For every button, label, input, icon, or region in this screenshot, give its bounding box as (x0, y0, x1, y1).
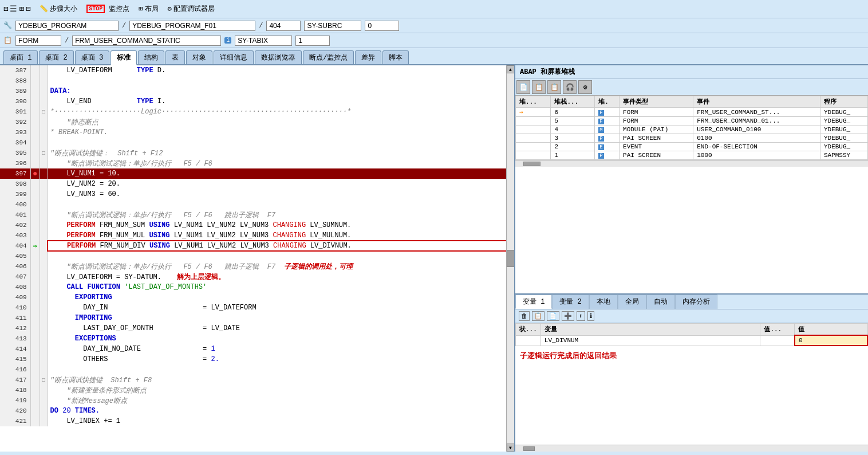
table-row: 413 EXCEPTIONS (0, 334, 514, 344)
tab-diff[interactable]: 差异 (355, 50, 381, 64)
table-row: 419 "新建Message断点 (0, 395, 514, 406)
scroll-up-btn[interactable]: ▲ (507, 65, 515, 73)
var2-name-field[interactable] (235, 36, 292, 46)
info-icon: i (224, 37, 231, 44)
toolbar: ⊟ ☰ ⊞ ⊟ 📏 步骤大小 STOP 监控点 ⊞ 布局 ⚙ 配置调试器层 (0, 0, 868, 18)
table-row: 396 "断点调试测试逻辑：单步/行执行 F5 / F6 (0, 158, 514, 168)
vars-btn-delete[interactable]: 🗑 (519, 311, 530, 321)
table-row: 406 "断点调试测试逻辑：单步/行执行 F5 / F6 跳出子逻辑 F7 子逻… (0, 261, 514, 272)
vars-tab-auto[interactable]: 自动 (646, 295, 675, 309)
vars-btn-copy[interactable]: 📋 (532, 311, 545, 321)
code-scroll[interactable]: 387 LV_DATEFORM TYPE D. 388 (0, 65, 514, 452)
scroll-thumb[interactable] (507, 250, 515, 267)
stack-btn5[interactable]: ⚙ (578, 80, 592, 94)
breakpoint-dot: ● (33, 169, 37, 178)
table-row: 404 ⇒ PERFORM FRM_NUM_DIV USING LV_NUM1 … (0, 241, 514, 251)
type-field[interactable] (15, 36, 61, 46)
stack-row-5: 5 F FORM FRM_USER_COMMAND_01... YDEBUG_ (516, 117, 868, 125)
icon4: ⊟ (26, 4, 30, 14)
step-size-btn[interactable]: 📏 步骤大小 (40, 4, 77, 14)
hscroll-thumb[interactable] (523, 162, 540, 166)
stack-btn3[interactable]: 📋 (547, 80, 561, 94)
right-panel: ABAP 和屏幕堆栈 📄 📋 📋 🎧 ⚙ 堆... 堆栈... 堆. 事件类型 (515, 65, 868, 452)
table-row: 392 "静态断点 (0, 117, 514, 127)
tab-structure[interactable]: 结构 (138, 50, 164, 64)
table-row: 390 LV_END TYPE I. (0, 96, 514, 107)
stack-btn2[interactable]: 📋 (532, 80, 546, 94)
tab-table[interactable]: 表 (165, 50, 185, 64)
line-field[interactable] (266, 21, 301, 31)
table-row: 415 OTHERS = 2. (0, 354, 514, 364)
form-icon: 📋 (3, 36, 12, 45)
table-row: 418 "新建变量条件形式的断点 (0, 385, 514, 395)
stack-row-4: 4 M MODULE (PAI) USER_COMMAND_0100 YDEBU… (516, 125, 868, 134)
stack-table-container[interactable]: 堆... 堆栈... 堆. 事件类型 事件 程序 ⇒ 6 F (515, 96, 868, 160)
vars-btn-paste[interactable]: 📄 (547, 311, 559, 321)
config-btn[interactable]: ⚙ 配置调试器层 (168, 4, 215, 14)
table-row: 388 (0, 76, 514, 86)
stack-btn1[interactable]: 📄 (516, 80, 530, 94)
icon3: ⊞ (19, 4, 23, 14)
table-row: 407 LV_DATEFORM = SY-DATUM. 解为上层逻辑。 (0, 272, 514, 282)
stack-btn4[interactable]: 🎧 (563, 80, 577, 94)
table-row: 405 (0, 251, 514, 261)
table-row: 394 (0, 138, 514, 148)
vars-hscroll-thumb[interactable] (523, 446, 535, 451)
vars-btn-add[interactable]: ➕ (562, 311, 574, 321)
vars-table: 状... 变量 值... 值 LV_DIVNUM 0 (515, 323, 868, 346)
vars-hscrollbar[interactable] (515, 445, 868, 452)
tab-desktop2[interactable]: 桌面 2 (39, 50, 73, 64)
code-table: 387 LV_DATEFORM TYPE D. 388 (0, 65, 514, 426)
vars-table-container[interactable]: 状... 变量 值... 值 LV_DIVNUM 0 (515, 323, 868, 445)
main-area: 387 LV_DATEFORM TYPE D. 388 (0, 65, 868, 452)
tab-breakpoint[interactable]: 断点/监控点 (303, 50, 354, 64)
stop-icon: STOP (86, 5, 105, 13)
tab-browser[interactable]: 数据浏览器 (255, 50, 302, 64)
vars-btn-expand[interactable]: ⬆ (577, 311, 585, 321)
tab-standard[interactable]: 标准 (111, 50, 137, 65)
var2-value-field[interactable] (295, 36, 330, 46)
var1-name-field[interactable] (304, 21, 361, 31)
icon2: ☰ (10, 4, 17, 14)
current-line-arrow: ⇒ (33, 242, 37, 250)
table-row: 395 □ "断点调试快捷键： Shift + F12 (0, 148, 514, 158)
table-row: 412 LAST_DAY_OF_MONTH = LV_DATE (0, 323, 514, 334)
stack-table: 堆... 堆栈... 堆. 事件类型 事件 程序 ⇒ 6 F (515, 96, 868, 160)
icon1: ⊟ (3, 4, 8, 14)
formname-field[interactable] (72, 36, 221, 46)
monitor-btn[interactable]: STOP 监控点 (86, 4, 129, 14)
include-field[interactable] (129, 21, 255, 31)
table-row: 387 LV_DATEFORM TYPE D. (0, 65, 514, 76)
tab-desktop3[interactable]: 桌面 3 (75, 50, 109, 64)
tab-object[interactable]: 对象 (186, 50, 212, 64)
table-row: 409 EXPORTING (0, 292, 514, 303)
stack-hscrollbar[interactable] (515, 160, 868, 167)
vars-tab-local[interactable]: 本地 (589, 295, 618, 309)
program-field[interactable] (15, 21, 119, 31)
vars-tab-global[interactable]: 全局 (618, 295, 646, 309)
scroll-down-btn[interactable]: ▼ (507, 444, 515, 452)
table-row: 399 LV_NUM3 = 60. (0, 189, 514, 199)
code-scrollbar[interactable]: ▲ ▼ (506, 65, 514, 452)
tab-bar: 桌面 1 桌面 2 桌面 3 标准 结构 表 对象 详细信息 数据浏览器 断点/… (0, 48, 868, 65)
tab-desktop1[interactable]: 桌面 1 (3, 50, 38, 64)
table-row: 391 □ *·····················Logic·······… (0, 107, 514, 117)
vars-tab-2[interactable]: 变量 2 (552, 295, 589, 309)
vars-tab-memory[interactable]: 内存分析 (675, 295, 717, 309)
vars-btn-info[interactable]: ℹ (587, 311, 594, 321)
vars-tab-1[interactable]: 变量 1 (515, 295, 552, 309)
layout-btn[interactable]: ⊞ 布局 (139, 4, 158, 14)
tab-script[interactable]: 脚本 (382, 50, 409, 64)
code-panel: 387 LV_DATEFORM TYPE D. 388 (0, 65, 515, 452)
table-row: 398 LV_NUM2 = 20. (0, 179, 514, 189)
table-row: 403 PERFORM FRM_NUM_MUL USING LV_NUM1 LV… (0, 230, 514, 241)
vars-annotation: 子逻辑运行完成后的返回结果 (515, 346, 868, 366)
table-row: 420 DO 20 TIMES. (0, 406, 514, 416)
stack-row-6: ⇒ 6 F FORM FRM_USER_COMMAND_ST... YDEBUG… (516, 108, 868, 117)
tab-detail[interactable]: 详细信息 (214, 50, 254, 64)
toolbar-icons-left[interactable]: ⊟ ☰ ⊞ ⊟ (3, 4, 30, 14)
table-row: 408 CALL FUNCTION 'LAST_DAY_OF_MONTHS' (0, 282, 514, 292)
table-row: 397 ● LV_NUM1 = 10. (0, 168, 514, 179)
var1-value-field[interactable] (365, 21, 399, 31)
stack-panel: ABAP 和屏幕堆栈 📄 📋 📋 🎧 ⚙ 堆... 堆栈... 堆. 事件类型 (515, 65, 868, 295)
